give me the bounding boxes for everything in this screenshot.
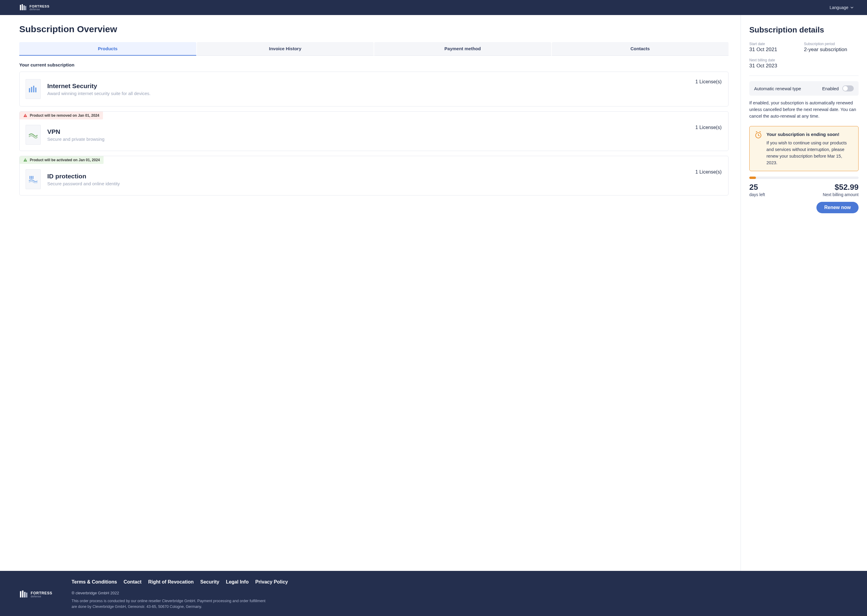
period-value: 2-year subscription <box>804 47 859 53</box>
svg-rect-19 <box>22 591 24 598</box>
period-label: Subscription period <box>804 42 859 46</box>
product-title: VPN <box>47 128 689 135</box>
svg-rect-9 <box>25 116 25 116</box>
product-card: Product will be activated on Jan 01, 202… <box>19 156 728 195</box>
details-title: Subscription details <box>749 25 859 35</box>
svg-rect-5 <box>31 87 32 92</box>
footer-link-privacy[interactable]: Privacy Policy <box>255 579 288 585</box>
start-date-value: 31 Oct 2021 <box>749 47 804 53</box>
svg-rect-7 <box>35 88 36 92</box>
footer: FORTRESS defense Terms & Conditions Cont… <box>0 571 867 616</box>
progress-fill <box>749 176 756 179</box>
auto-renewal-state: Enabled <box>822 86 839 91</box>
fortress-logo-icon <box>19 590 28 599</box>
product-banner-text: Product will be activated on Jan 01, 202… <box>30 158 100 162</box>
language-selector[interactable]: Language <box>830 5 854 10</box>
footer-brand-logo[interactable]: FORTRESS defense <box>19 579 52 610</box>
svg-rect-8 <box>25 115 25 116</box>
brand-subname: defense <box>30 8 49 11</box>
success-triangle-icon <box>23 158 27 162</box>
auto-renewal-toggle[interactable] <box>842 85 854 91</box>
next-billing-label: Next billing date <box>749 58 804 62</box>
product-banner-warn: Product will be removed on Jan 01, 2024 <box>20 112 103 119</box>
product-desc: Secure and private browsing <box>47 137 689 141</box>
auto-renewal-label: Automatic renewal type <box>754 86 801 91</box>
product-title: ID protection <box>47 173 689 180</box>
main-content: Subscription Overview Products Invoice H… <box>0 15 741 571</box>
footer-legal: This order process is conducted by our o… <box>72 598 270 610</box>
product-licenses: 1 License(s) <box>695 125 722 130</box>
product-boxart-icon <box>25 125 41 145</box>
svg-rect-14 <box>33 176 33 179</box>
next-billing-value: 31 Oct 2023 <box>749 63 804 69</box>
start-date-label: Start date <box>749 42 804 46</box>
product-licenses: 1 License(s) <box>695 169 722 175</box>
tab-invoice-history[interactable]: Invoice History <box>197 42 374 56</box>
product-banner-text: Product will be removed on Jan 01, 2024 <box>30 113 99 118</box>
tab-products[interactable]: Products <box>19 42 196 56</box>
svg-rect-0 <box>20 5 21 10</box>
svg-rect-13 <box>31 176 32 179</box>
product-boxart-icon <box>25 79 41 99</box>
page-title: Subscription Overview <box>19 24 728 34</box>
svg-rect-20 <box>24 592 25 597</box>
svg-rect-4 <box>29 88 30 92</box>
warning-triangle-icon <box>23 113 27 118</box>
next-billing-amount-label: Next billing amount <box>823 192 859 197</box>
clock-alert-icon <box>754 131 762 166</box>
days-left-label: days left <box>749 192 765 197</box>
next-billing-amount: $52.99 <box>823 183 859 191</box>
svg-rect-6 <box>33 86 34 92</box>
alert-title: Your subscription is ending soon! <box>766 132 853 137</box>
auto-renewal-note: If enabled, your subscription is automat… <box>749 100 859 119</box>
product-banner-ok: Product will be activated on Jan 01, 202… <box>20 156 104 164</box>
tab-payment-method[interactable]: Payment method <box>374 42 551 56</box>
product-card: Internet Security Award winning internet… <box>19 72 728 107</box>
brand-name: FORTRESS <box>31 591 52 595</box>
svg-rect-12 <box>30 176 30 179</box>
svg-rect-21 <box>26 592 27 597</box>
auto-renewal-box: Automatic renewal type Enabled <box>749 81 859 96</box>
footer-link-revocation[interactable]: Right of Revocation <box>148 579 194 585</box>
footer-link-terms[interactable]: Terms & Conditions <box>72 579 117 585</box>
product-desc: Secure password and online identity <box>47 181 689 186</box>
product-desc: Award winning internet security suite fo… <box>47 91 689 96</box>
footer-link-contact[interactable]: Contact <box>124 579 142 585</box>
tabs: Products Invoice History Payment method … <box>19 42 728 56</box>
svg-rect-2 <box>24 5 25 10</box>
language-label: Language <box>830 5 848 10</box>
chevron-down-icon <box>850 6 854 9</box>
footer-links: Terms & Conditions Contact Right of Revo… <box>72 579 288 585</box>
product-title: Internet Security <box>47 82 689 90</box>
svg-rect-18 <box>20 591 21 598</box>
topbar: FORTRESS defense Language <box>0 0 867 15</box>
brand-subname: defense <box>31 595 52 598</box>
svg-rect-11 <box>25 160 25 161</box>
brand-logo[interactable]: FORTRESS defense <box>19 4 49 11</box>
products-heading: Your current subscription <box>19 62 728 68</box>
svg-line-17 <box>758 135 760 136</box>
svg-rect-10 <box>25 159 25 160</box>
svg-rect-3 <box>25 6 26 10</box>
brand-name: FORTRESS <box>30 5 49 8</box>
days-left-progress <box>749 176 859 179</box>
days-left-value: 25 <box>749 183 765 191</box>
product-licenses: 1 License(s) <box>695 79 722 85</box>
tab-contacts[interactable]: Contacts <box>552 42 729 56</box>
renew-now-button[interactable]: Renew now <box>817 202 859 213</box>
product-card: Product will be removed on Jan 01, 2024 … <box>19 111 728 151</box>
product-boxart-icon <box>25 169 41 189</box>
subscription-details-panel: Subscription details Start date 31 Oct 2… <box>741 15 867 571</box>
footer-link-legal[interactable]: Legal Info <box>226 579 249 585</box>
footer-copyright: ® cleverbridge GmbH 2022 <box>72 591 288 595</box>
footer-link-security[interactable]: Security <box>200 579 219 585</box>
fortress-logo-icon <box>19 4 27 11</box>
renewal-alert: Your subscription is ending soon! If you… <box>749 126 859 171</box>
alert-text: If you wish to continue using our produc… <box>766 140 853 166</box>
svg-rect-1 <box>22 4 23 10</box>
